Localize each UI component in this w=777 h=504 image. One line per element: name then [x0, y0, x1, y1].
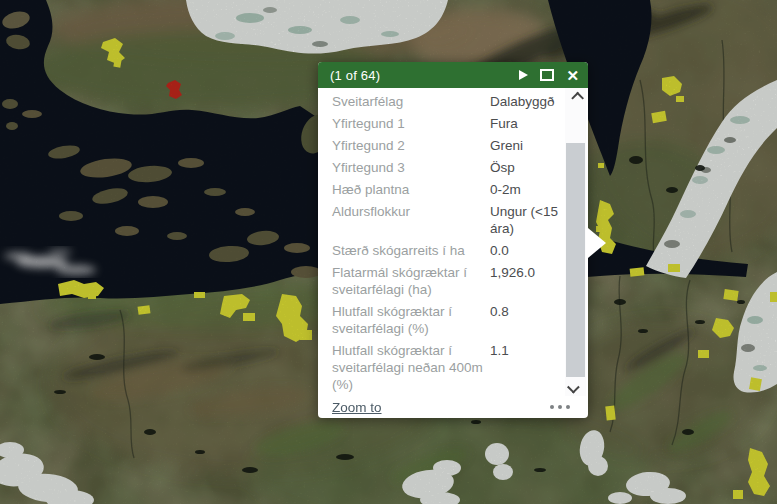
- popup-footer: Zoom to: [332, 396, 572, 418]
- field-label: Yfirtegund 2: [332, 137, 490, 154]
- ellipsis-dot: [566, 405, 570, 409]
- zoom-to-link[interactable]: Zoom to: [332, 400, 382, 415]
- attribute-row: Yfirtegund 3 Ösp: [332, 159, 558, 176]
- attribute-row: Aldursflokkur Ungur (<15 ára): [332, 203, 558, 237]
- attribute-row: Yfirtegund 2 Greni: [332, 137, 558, 154]
- field-label: Hlutfall skógræktar í sveitarfélagi (%): [332, 303, 490, 337]
- field-label: Aldursflokkur: [332, 203, 490, 237]
- field-value: 1,926.0: [490, 264, 558, 298]
- field-value: 1.1: [490, 342, 558, 393]
- chevron-up-icon: [571, 92, 584, 105]
- field-label: Sveitarfélag: [332, 93, 490, 110]
- attribute-row: Hlutfall skógræktar í sveitarfélagi neða…: [332, 342, 558, 393]
- close-icon: ✕: [566, 68, 579, 83]
- attribute-row: Hæð plantna 0-2m: [332, 181, 558, 198]
- field-value: 0-2m: [490, 181, 558, 198]
- scroll-up-button[interactable]: [565, 90, 586, 105]
- field-label: Hæð plantna: [332, 181, 490, 198]
- field-value: 0.8: [490, 303, 558, 337]
- maximize-icon: [540, 69, 554, 81]
- field-label: Flatarmál skógræktar í sveitarfélagi (ha…: [332, 264, 490, 298]
- attribute-row: Stærð skógarreits í ha 0.0: [332, 242, 558, 259]
- play-triangle-icon: [519, 70, 528, 80]
- popup-header: (1 of 64) ✕: [318, 62, 588, 88]
- field-value: Dalabyggð: [490, 93, 558, 110]
- field-label: Stærð skógarreits í ha: [332, 242, 490, 259]
- field-label: Hlutfall skógræktar í sveitarfélagi neða…: [332, 342, 490, 393]
- field-label: Yfirtegund 3: [332, 159, 490, 176]
- popup-anchor-arrow: [588, 228, 606, 258]
- field-value: Ungur (<15 ára): [490, 203, 558, 237]
- ellipsis-dot: [550, 405, 554, 409]
- more-options-button[interactable]: [548, 401, 572, 413]
- attribute-row: Sveitarfélag Dalabyggð: [332, 93, 558, 110]
- attribute-row: Flatarmál skógræktar í sveitarfélagi (ha…: [332, 264, 558, 298]
- close-button[interactable]: ✕: [566, 65, 579, 85]
- popup-pagination: (1 of 64): [330, 68, 507, 83]
- field-value: 0.0: [490, 242, 558, 259]
- next-feature-button[interactable]: [519, 65, 528, 85]
- map-viewer: (1 of 64) ✕ Sveitarfélag Dalabyggð Yfirt…: [0, 0, 777, 504]
- ellipsis-dot: [558, 405, 562, 409]
- field-value: Greni: [490, 137, 558, 154]
- attribute-row: Yfirtegund 1 Fura: [332, 115, 558, 132]
- popup-scrollbar[interactable]: [565, 88, 586, 396]
- field-label: Yfirtegund 1: [332, 115, 490, 132]
- field-value: Fura: [490, 115, 558, 132]
- chevron-down-icon: [567, 381, 580, 394]
- field-value: Ösp: [490, 159, 558, 176]
- maximize-button[interactable]: [540, 65, 554, 85]
- popup-body: Sveitarfélag Dalabyggð Yfirtegund 1 Fura…: [318, 88, 588, 396]
- scrollbar-thumb[interactable]: [566, 143, 585, 377]
- feature-popup: (1 of 64) ✕ Sveitarfélag Dalabyggð Yfirt…: [318, 62, 588, 418]
- attribute-table: Sveitarfélag Dalabyggð Yfirtegund 1 Fura…: [332, 93, 558, 396]
- scroll-down-button[interactable]: [565, 379, 586, 394]
- attribute-row: Hlutfall skógræktar í sveitarfélagi (%) …: [332, 303, 558, 337]
